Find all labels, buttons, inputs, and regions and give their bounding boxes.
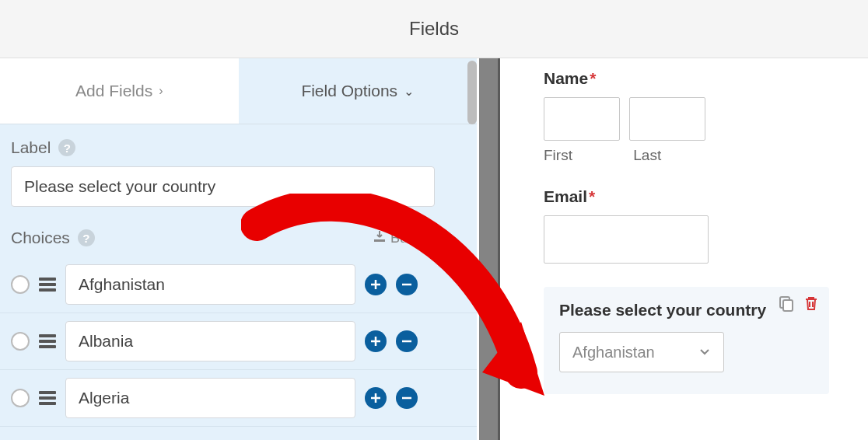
choices-title: Choices [11, 229, 70, 247]
country-field-label: Please select your country [559, 301, 814, 320]
tab-add-fields[interactable]: Add Fields › [0, 58, 239, 124]
choices-section: Choices ? Bulk Add [0, 215, 477, 247]
remove-choice-button[interactable] [396, 387, 418, 409]
email-field-label: Email* [544, 187, 852, 206]
name-captions: First Last [544, 147, 852, 164]
label-section: Label ? [0, 124, 477, 215]
selected-option: Afghanistan [572, 344, 655, 361]
help-icon[interactable]: ? [58, 139, 75, 156]
label-title: Label [11, 138, 51, 157]
last-caption: Last [633, 147, 661, 163]
bulk-add-button[interactable]: Bulk Add [373, 230, 446, 246]
required-marker: * [590, 69, 596, 87]
form-preview: Name* First Last Email* Please select yo… [500, 58, 868, 440]
add-choice-button[interactable] [365, 387, 387, 409]
field-options-panel: Add Fields › Field Options ⌄ Label ? Cho… [0, 58, 477, 440]
download-icon [373, 230, 386, 246]
panel-divider[interactable] [477, 58, 500, 440]
default-radio[interactable] [11, 389, 30, 407]
choice-input[interactable] [65, 378, 355, 418]
choice-row [0, 257, 477, 313]
choice-row [0, 370, 477, 427]
duplicate-icon[interactable] [778, 295, 795, 312]
label-input[interactable] [11, 166, 435, 207]
remove-choice-button[interactable] [396, 274, 418, 295]
selected-field-wrapper[interactable]: Please select your country Afghanistan [544, 287, 829, 394]
country-select[interactable]: Afghanistan [559, 332, 724, 372]
default-radio[interactable] [11, 275, 30, 294]
chevron-right-icon: › [159, 84, 163, 98]
name-field-label: Name* [544, 69, 852, 88]
choice-row [0, 313, 477, 370]
drag-handle-icon[interactable] [39, 278, 56, 292]
chevron-down-icon [698, 344, 711, 361]
page-title: Fields [409, 18, 459, 40]
first-name-input[interactable] [544, 97, 620, 141]
add-choice-button[interactable] [365, 330, 387, 352]
page-header: Fields [0, 0, 868, 58]
help-icon[interactable]: ? [78, 229, 95, 246]
trash-icon[interactable] [803, 295, 820, 312]
main-content: Add Fields › Field Options ⌄ Label ? Cho… [0, 58, 868, 440]
svg-rect-1 [783, 300, 793, 311]
required-marker: * [589, 187, 595, 205]
scrollbar[interactable] [467, 61, 477, 124]
tab-label: Add Fields [75, 82, 152, 100]
default-radio[interactable] [11, 332, 30, 351]
email-input[interactable] [544, 215, 709, 264]
panel-tabs: Add Fields › Field Options ⌄ [0, 58, 477, 124]
add-choice-button[interactable] [365, 274, 387, 295]
chevron-down-icon: ⌄ [404, 84, 414, 99]
drag-handle-icon[interactable] [39, 391, 56, 405]
choice-input[interactable] [65, 264, 355, 305]
tab-field-options[interactable]: Field Options ⌄ [239, 58, 478, 124]
bulk-add-label: Bulk Add [390, 230, 446, 246]
last-name-input[interactable] [629, 97, 705, 141]
drag-handle-icon[interactable] [39, 334, 56, 348]
first-caption: First [544, 147, 629, 164]
remove-choice-button[interactable] [396, 330, 418, 352]
choice-input[interactable] [65, 321, 355, 361]
tab-label: Field Options [301, 82, 397, 100]
name-inputs [544, 97, 852, 141]
